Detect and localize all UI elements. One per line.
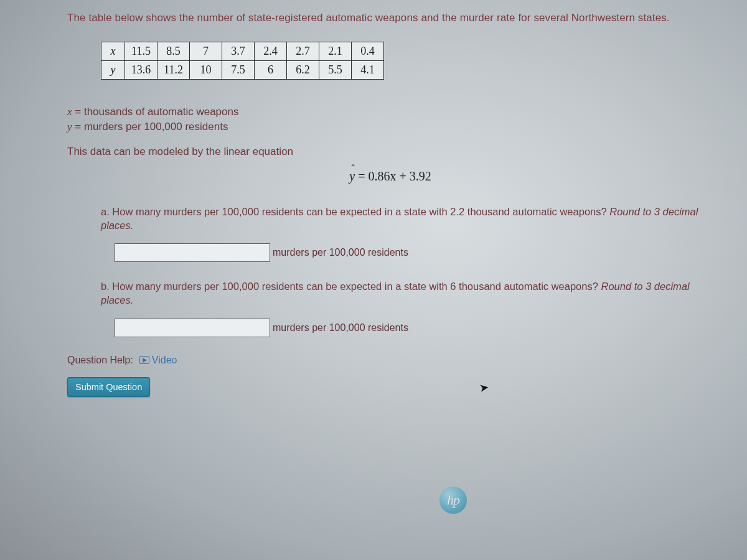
cell: 6.2 [287, 60, 319, 79]
unit-b: murders per 100,000 residents [273, 322, 408, 334]
question-content: The table below shows the number of stat… [11, 11, 726, 397]
def-x-text: = thousands of automatic weapons [72, 106, 239, 118]
help-label: Question Help: [67, 355, 133, 366]
play-video-icon [139, 356, 149, 364]
part-b-text: b. How many murders per 100,000 resident… [101, 279, 713, 307]
model-intro: This data can be modeled by the linear e… [67, 146, 713, 158]
cell: 2.7 [287, 42, 319, 60]
part-a-label: a. [101, 206, 112, 217]
part-a: a. How many murders per 100,000 resident… [101, 205, 713, 263]
answer-row-b: murders per 100,000 residents [115, 319, 713, 337]
question-page: The table below shows the number of stat… [0, 0, 747, 408]
submit-button[interactable]: Submit Question [67, 377, 150, 397]
equation-rhs: = 0.86x + 3.92 [355, 169, 431, 183]
var-x: x [67, 106, 72, 118]
table-row: x 11.5 8.5 7 3.7 2.4 2.7 2.1 0.4 [101, 42, 384, 60]
answer-input-a[interactable] [115, 243, 270, 262]
answer-row-a: murders per 100,000 residents [115, 243, 713, 262]
cell: 11.5 [125, 42, 157, 60]
answer-input-b[interactable] [115, 319, 270, 337]
data-table-wrap: x 11.5 8.5 7 3.7 2.4 2.7 2.1 0.4 y 13.6 … [101, 42, 713, 80]
video-link-label: Video [152, 355, 177, 366]
regression-equation: y = 0.86x + 3.92 [67, 169, 713, 184]
part-a-text: a. How many murders per 100,000 resident… [101, 205, 713, 233]
part-b-body: How many murders per 100,000 residents c… [112, 281, 601, 292]
svg-marker-0 [143, 358, 147, 363]
cell: 5.5 [319, 60, 352, 79]
cell: 6 [255, 60, 287, 79]
question-help: Question Help: Video [67, 355, 713, 366]
unit-a: murders per 100,000 residents [273, 247, 408, 258]
cell: 0.4 [352, 42, 384, 60]
part-a-body: How many murders per 100,000 residents c… [112, 206, 609, 217]
cell: 13.6 [125, 60, 157, 79]
cell: 7 [190, 42, 222, 60]
cell: 10 [190, 60, 222, 79]
cell: 8.5 [157, 42, 190, 60]
video-link[interactable]: Video [139, 355, 177, 366]
var-y: y [67, 121, 72, 133]
cell: 11.2 [157, 60, 190, 79]
data-table: x 11.5 8.5 7 3.7 2.4 2.7 2.1 0.4 y 13.6 … [101, 42, 384, 80]
part-b: b. How many murders per 100,000 resident… [101, 279, 713, 337]
cell: 7.5 [222, 60, 255, 79]
cell: 4.1 [352, 60, 384, 79]
question-intro: The table below shows the number of stat… [67, 11, 713, 26]
variable-definitions: x = thousands of automatic weapons y = m… [67, 105, 713, 134]
def-y-text: = murders per 100,000 residents [72, 121, 228, 133]
hp-logo: hp [439, 487, 467, 514]
cell: 3.7 [222, 42, 255, 60]
row-x-label: x [101, 42, 125, 60]
cell: 2.4 [255, 42, 287, 60]
cell: 2.1 [319, 42, 352, 60]
table-row: y 13.6 11.2 10 7.5 6 6.2 5.5 4.1 [101, 60, 384, 79]
cursor-icon: ➤ [479, 380, 490, 395]
part-b-label: b. [101, 281, 112, 292]
y-hat: y [349, 169, 355, 184]
row-y-label: y [101, 60, 125, 79]
